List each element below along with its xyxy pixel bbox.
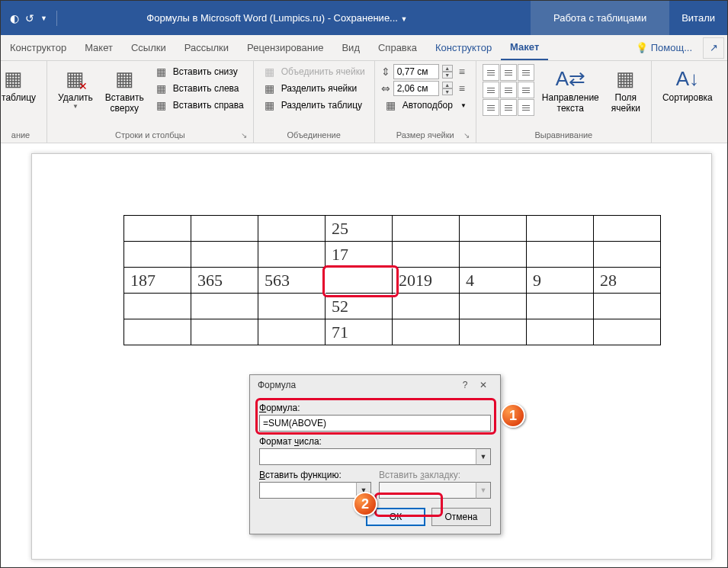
table-cell[interactable] bbox=[460, 216, 527, 242]
table-cell[interactable] bbox=[527, 242, 594, 268]
insert-right-button[interactable]: ▦Вставить справа bbox=[152, 98, 247, 113]
table-cell[interactable] bbox=[124, 294, 191, 319]
tab-table-layout[interactable]: Макет bbox=[501, 35, 548, 60]
table-cell[interactable] bbox=[393, 294, 460, 319]
table-cell[interactable]: 52 bbox=[326, 294, 393, 319]
table-cell[interactable]: 563 bbox=[258, 268, 326, 294]
tab-references[interactable]: Ссылки bbox=[122, 35, 175, 60]
dialog-launcher-icon[interactable]: ↘ bbox=[463, 131, 470, 140]
table-cell[interactable] bbox=[258, 294, 326, 319]
table-row[interactable]: 52 bbox=[124, 294, 661, 319]
table-cell[interactable] bbox=[460, 319, 527, 345]
share-icon[interactable]: ↗ bbox=[703, 37, 724, 59]
combo-arrow-icon[interactable]: ▼ bbox=[476, 448, 491, 465]
split-cells-button[interactable]: ▦Разделить ячейки bbox=[260, 81, 368, 96]
table-cell[interactable] bbox=[191, 242, 258, 268]
insert-above-button[interactable]: ▦ Вставить сверху bbox=[101, 64, 149, 117]
table-cell[interactable]: 2019 bbox=[393, 268, 460, 294]
user-name[interactable]: Витали bbox=[669, 12, 727, 24]
dialog-titlebar[interactable]: Формула ? ✕ bbox=[250, 375, 500, 395]
table-cell[interactable] bbox=[460, 242, 527, 268]
distribute-cols-icon[interactable]: ≡ bbox=[459, 82, 465, 95]
insert-left-button[interactable]: ▦Вставить слева bbox=[152, 81, 247, 96]
undo-icon[interactable]: ↺ bbox=[25, 12, 34, 24]
col-width-input[interactable]: 2,06 см bbox=[393, 81, 439, 96]
row-height-input[interactable]: 0,77 см bbox=[393, 64, 439, 79]
table-row[interactable]: 71 bbox=[124, 319, 661, 345]
table-cell[interactable] bbox=[393, 216, 460, 242]
table-cell[interactable]: 25 bbox=[326, 216, 393, 242]
dropdown-caret-icon[interactable]: ▼ bbox=[40, 14, 47, 22]
table-cell[interactable]: 9 bbox=[527, 268, 594, 294]
table-cell[interactable] bbox=[124, 319, 191, 345]
table-cell[interactable] bbox=[258, 216, 326, 242]
table-cell[interactable] bbox=[258, 242, 326, 268]
insert-function-combo[interactable] bbox=[259, 482, 371, 499]
close-icon[interactable]: ✕ bbox=[474, 380, 492, 390]
table-cell[interactable]: 71 bbox=[326, 319, 393, 345]
table-cell[interactable] bbox=[124, 242, 191, 268]
tab-help[interactable]: Справка bbox=[369, 35, 426, 60]
spinner-up-icon[interactable]: ▲ bbox=[442, 65, 453, 72]
tab-layout[interactable]: Макет bbox=[75, 35, 122, 60]
table-cell[interactable] bbox=[191, 319, 258, 345]
text-direction-button[interactable]: A⇄ Направление текста bbox=[537, 64, 604, 117]
align-bottom-left[interactable] bbox=[483, 99, 499, 116]
table-cell[interactable] bbox=[594, 242, 661, 268]
word-table[interactable]: 25 17 18736556320194928 52 71 bbox=[123, 215, 661, 345]
insert-below-button[interactable]: ▦Вставить снизу bbox=[152, 64, 247, 79]
align-top-center[interactable] bbox=[500, 64, 517, 81]
table-cell[interactable] bbox=[191, 216, 258, 242]
table-row[interactable]: 17 bbox=[124, 242, 661, 268]
dialog-launcher-icon[interactable]: ↘ bbox=[241, 131, 247, 140]
split-table-button[interactable]: ▦Разделить таблицу bbox=[260, 98, 368, 113]
tab-mailings[interactable]: Рассылки bbox=[175, 35, 238, 60]
table-cell[interactable] bbox=[594, 294, 661, 319]
table-cell[interactable] bbox=[124, 216, 191, 242]
spinner-down-icon[interactable]: ▼ bbox=[442, 72, 453, 79]
distribute-rows-icon[interactable]: ≡ bbox=[459, 66, 465, 78]
table-cell[interactable] bbox=[326, 268, 393, 294]
spinner-down-icon[interactable]: ▼ bbox=[442, 88, 453, 95]
table-cell[interactable] bbox=[393, 319, 460, 345]
number-format-combo[interactable] bbox=[259, 448, 491, 465]
table-cell[interactable]: 28 bbox=[594, 268, 661, 294]
autofit-button[interactable]: ▦Автоподбор▼ bbox=[381, 98, 470, 113]
table-cell[interactable] bbox=[393, 242, 460, 268]
align-bottom-right[interactable] bbox=[518, 99, 534, 116]
table-row[interactable]: 18736556320194928 bbox=[124, 268, 661, 294]
tab-review[interactable]: Рецензирование bbox=[238, 35, 332, 60]
align-middle-left[interactable] bbox=[483, 82, 499, 98]
table-cell[interactable] bbox=[527, 319, 594, 345]
align-middle-right[interactable] bbox=[518, 82, 534, 98]
table-cell[interactable] bbox=[594, 319, 661, 345]
sort-button[interactable]: A↓ Сортировка bbox=[658, 64, 717, 106]
tab-view[interactable]: Вид bbox=[332, 35, 369, 60]
cell-margins-button[interactable]: ▦ Поля ячейки bbox=[607, 64, 645, 117]
table-cell[interactable] bbox=[258, 319, 326, 345]
table-cell[interactable] bbox=[460, 294, 527, 319]
tell-me-search[interactable]: 💡 Помощ... bbox=[628, 42, 700, 53]
table-cell[interactable] bbox=[191, 294, 258, 319]
tab-constructor[interactable]: Конструктор bbox=[1, 35, 75, 60]
table-row[interactable]: 25 bbox=[124, 216, 661, 242]
table-cell[interactable]: 4 bbox=[460, 268, 527, 294]
autosave-icon[interactable]: ◐ bbox=[10, 12, 19, 24]
help-icon[interactable]: ? bbox=[456, 380, 474, 390]
align-bottom-center[interactable] bbox=[500, 99, 517, 116]
draw-table-button[interactable]: ▦ ть таблицу bbox=[1, 64, 40, 106]
table-cell[interactable] bbox=[527, 294, 594, 319]
spinner-up-icon[interactable]: ▲ bbox=[442, 82, 453, 88]
align-top-left[interactable] bbox=[483, 64, 499, 81]
table-cell[interactable]: 365 bbox=[191, 268, 258, 294]
table-cell[interactable] bbox=[527, 216, 594, 242]
table-cell[interactable]: 17 bbox=[326, 242, 393, 268]
delete-button[interactable]: ▦✕ Удалить ▼ bbox=[53, 64, 98, 113]
tab-table-design[interactable]: Конструктор bbox=[426, 35, 501, 60]
formula-input[interactable] bbox=[259, 415, 491, 432]
table-cell[interactable]: 187 bbox=[124, 268, 191, 294]
table-cell[interactable] bbox=[594, 216, 661, 242]
cancel-button[interactable]: Отмена bbox=[431, 508, 491, 526]
align-middle-center[interactable] bbox=[500, 82, 517, 98]
align-top-right[interactable] bbox=[518, 64, 534, 81]
